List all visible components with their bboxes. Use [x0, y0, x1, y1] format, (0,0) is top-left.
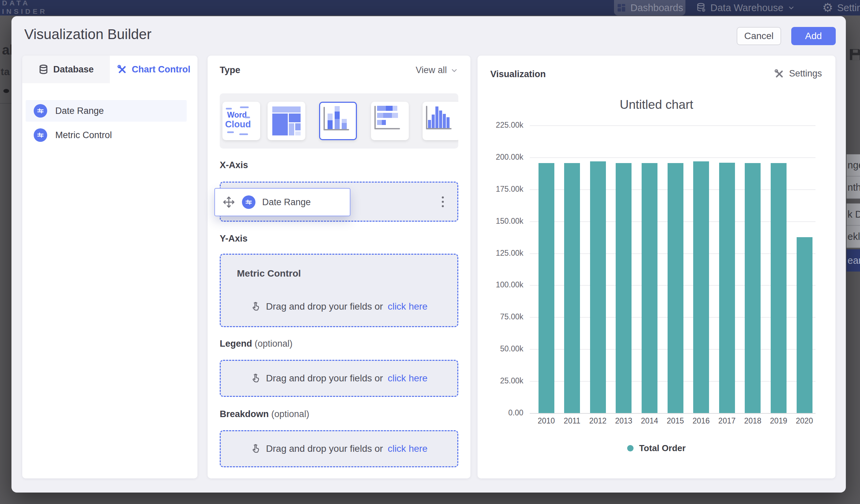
cancel-button[interactable]: Cancel — [737, 27, 781, 45]
nav-item-settings[interactable]: ⚙ Settings — [822, 0, 860, 15]
nav-item-dashboards[interactable]: Dashboards — [614, 0, 685, 15]
legend-heading: Legend (optional) — [220, 339, 292, 349]
chart-type-word-cloud[interactable]: Word Cloud — [223, 102, 260, 140]
screen: DATA INSIDER Dashboards Data Warehouse ⚙… — [0, 0, 860, 504]
click-here-link[interactable]: click here — [388, 301, 427, 312]
modal-title: Visualization Builder — [24, 26, 151, 42]
visualization-panel: Visualization Settings Untitled chart 22… — [477, 56, 835, 478]
tab-chart-control[interactable]: Chart Control — [110, 56, 198, 83]
y-axis-tick-label: 175.00k — [489, 185, 524, 194]
y-axis-zone-label: Metric Control — [237, 268, 301, 279]
control-sliders-icon — [34, 128, 47, 142]
gear-icon: ⚙ — [822, 2, 833, 14]
chart-type-stacked-bar[interactable] — [371, 102, 409, 140]
optional-suffix: (optional) — [271, 409, 309, 419]
view-all-dropdown[interactable]: View all — [416, 65, 458, 75]
control-sliders-icon — [242, 196, 255, 209]
x-axis-tick-label: 2018 — [739, 416, 766, 426]
visualization-builder-modal: Visualization Builder Cancel Add Databas… — [12, 16, 846, 492]
tab-label: Database — [53, 64, 94, 75]
x-axis-heading: X-Axis — [220, 160, 248, 171]
x-axis-tick-label: 2013 — [610, 416, 637, 426]
dashboards-grid-icon — [616, 3, 627, 13]
x-axis-tick-label: 2011 — [559, 416, 586, 426]
background-divider — [0, 103, 12, 104]
database-icon — [39, 64, 48, 74]
gridline — [530, 125, 816, 126]
drop-hint-text: Drag and drop your fields or — [266, 373, 383, 384]
view-all-label: View all — [416, 65, 447, 75]
bar-2010 — [539, 163, 554, 413]
bar-2013 — [616, 163, 632, 413]
x-axis-tick-label: 2019 — [765, 416, 792, 426]
edge-menu-item[interactable]: k Date — [847, 203, 860, 226]
x-axis-tick-label: 2012 — [584, 416, 611, 426]
settings-label: Settings — [789, 68, 822, 79]
tap-hand-icon — [250, 301, 261, 312]
y-axis-tick-label: 225.00k — [489, 120, 524, 130]
chart-title: Untitled chart — [505, 98, 808, 112]
nav-item-data-warehouse[interactable]: Data Warehouse — [696, 0, 795, 15]
chart-type-stacked-column[interactable] — [319, 102, 357, 140]
edge-menu-item[interactable]: nthly — [847, 176, 860, 199]
field-item-metric-control[interactable]: Metric Control — [26, 124, 187, 146]
chevron-down-icon — [788, 4, 795, 12]
word-cloud-word: Cloud — [225, 119, 251, 130]
save-icon[interactable] — [848, 48, 860, 61]
gridline — [530, 157, 816, 158]
dragged-field-label: Date Range — [262, 197, 311, 207]
y-axis-tick-label: 200.00k — [489, 153, 524, 162]
optional-suffix: (optional) — [255, 339, 293, 349]
background-page-text-fragment: ta — [1, 66, 10, 77]
chart-type-treemap[interactable] — [268, 102, 305, 140]
drop-hint-text: Drag and drop your fields or — [266, 301, 383, 312]
x-axis-tick-label: 2014 — [636, 416, 663, 426]
x-axis-tick-label: 2017 — [713, 416, 740, 426]
visualization-heading: Visualization — [490, 69, 546, 80]
background-bullet-dot — [3, 89, 9, 93]
field-item-date-range[interactable]: Date Range — [26, 100, 187, 121]
x-axis-tick-label: 2010 — [533, 416, 560, 426]
y-axis-tick-label: 100.00k — [489, 280, 524, 289]
click-here-link[interactable]: click here — [388, 443, 427, 454]
x-axis-tick-label: 2016 — [688, 416, 715, 426]
chart-type-column[interactable] — [422, 102, 458, 140]
edge-menu-item[interactable]: nge — [847, 154, 860, 176]
field-label: Metric Control — [55, 130, 112, 141]
bar-2014 — [642, 163, 658, 413]
tap-hand-icon — [250, 373, 261, 384]
move-icon — [223, 196, 235, 208]
bar-2012 — [590, 161, 606, 413]
y-axis-dropzone[interactable]: Metric Control Drag and drop your fields… — [220, 254, 458, 327]
chart-legend[interactable]: Total Order — [505, 443, 808, 453]
bar-2015 — [668, 163, 684, 413]
legend-swatch — [627, 445, 633, 451]
bar-2011 — [564, 163, 580, 413]
drop-hint-text: Drag and drop your fields or — [266, 443, 383, 454]
bar-2019 — [771, 163, 787, 413]
bar-2018 — [745, 163, 761, 413]
click-here-link[interactable]: click here — [388, 373, 427, 384]
tap-hand-icon — [250, 443, 261, 454]
legend-dropzone[interactable]: Drag and drop your fields or click here — [220, 360, 458, 397]
database-warehouse-icon — [696, 3, 706, 13]
y-axis-tick-label: 0.00 — [489, 408, 524, 417]
chart-settings-button[interactable]: Settings — [774, 68, 822, 79]
breakdown-dropzone[interactable]: Drag and drop your fields or click here — [220, 430, 458, 467]
type-heading: Type — [220, 65, 240, 75]
kebab-menu-icon[interactable] — [440, 195, 446, 209]
bar-2016 — [693, 161, 709, 413]
tools-icon — [117, 64, 127, 74]
edge-menu-item[interactable]: ekly — [847, 226, 860, 248]
edge-menu-item[interactable]: ear — [847, 249, 860, 272]
add-button[interactable]: Add — [791, 27, 836, 45]
bar-2020 — [797, 237, 813, 413]
builder-panel: Type View all Word Cloud — [207, 56, 470, 478]
tab-label: Chart Control — [132, 64, 190, 75]
y-axis-tick-label: 125.00k — [489, 249, 524, 258]
tab-database[interactable]: Database — [22, 56, 110, 83]
field-label: Date Range — [55, 106, 104, 116]
y-axis-tick-label: 150.00k — [489, 217, 524, 226]
dragged-field-date-range[interactable]: Date Range — [214, 188, 350, 216]
bar-2017 — [719, 163, 735, 413]
